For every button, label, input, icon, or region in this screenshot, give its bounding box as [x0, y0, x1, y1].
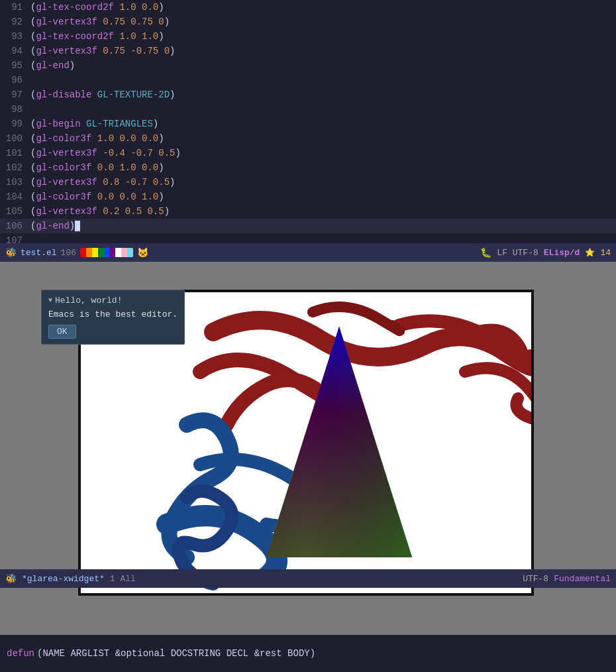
line-content: (gl-vertex3f 0.75 0.75 0) — [30, 15, 170, 29]
code-line-97: 97 (gl-disable GL-TEXTURE-2D) — [0, 87, 616, 102]
dialog-title: ▼ Hello, world! — [48, 296, 178, 306]
line-number: 91 — [0, 0, 30, 15]
dialog-title-text: Hello, world! — [55, 296, 122, 306]
line-content: (gl-color3f 1.0 0.0 0.0) — [30, 131, 164, 146]
dialog-ok-button[interactable]: OK — [48, 325, 76, 339]
star-icon: ⭐ — [585, 248, 595, 258]
line-number: 103 — [0, 175, 30, 190]
cat-icon: 🐱 — [137, 247, 148, 258]
line-number: 95 — [0, 58, 30, 73]
line-content: (gl-color3f 0.0 1.0 0.0) — [30, 160, 164, 175]
buffer-name: *glarea-xwidget* — [22, 574, 105, 584]
line-number: 100 — [0, 131, 30, 146]
hello-world-dialog: ▼ Hello, world! Emacs is the best editor… — [41, 290, 185, 345]
code-line-92: 92 (gl-vertex3f 0.75 0.75 0) — [0, 15, 616, 29]
triangle-icon: ▼ — [48, 297, 52, 304]
code-line-107: 107 — [0, 233, 616, 243]
dialog-message: Emacs is the best editor. — [48, 309, 178, 319]
line-number: 97 — [0, 87, 30, 102]
line-content: (gl-begin GL-TRIANGLES) — [30, 117, 158, 131]
code-line-93: 93 (gl-tex-coord2f 1.0 1.0) — [0, 29, 616, 44]
line-number: 99 — [0, 117, 30, 131]
mode-badge-accent: ELisp/d — [544, 248, 580, 258]
encoding: LF UTF-8 — [497, 248, 538, 258]
bottom-encoding: UTF-8 — [523, 574, 548, 584]
code-line-100: 100 (gl-color3f 1.0 0.0 0.0) — [0, 131, 616, 146]
text-cursor — [75, 221, 80, 231]
line-number: 98 — [0, 102, 30, 117]
line-number: 107 — [0, 233, 30, 243]
code-line-106-current: 106 (gl-end) — [0, 219, 616, 233]
line-indicator: 106 — [61, 248, 76, 258]
code-line-98: 98 — [0, 102, 616, 117]
bottom-mode: Fundamental — [554, 574, 611, 584]
code-line-94: 94 (gl-vertex3f 0.75 -0.75 0) — [0, 44, 616, 58]
line-content: (gl-color3f 0.0 0.0 1.0) — [30, 190, 164, 204]
emacs-icon: 🐝 — [5, 247, 17, 258]
rainbow-bar — [80, 248, 133, 257]
code-line-91: 91 (gl-tex-coord2f 1.0 0.0) — [0, 0, 616, 15]
mb-content: (NAME ARGLIST &optional DOCSTRING DECL &… — [37, 648, 315, 659]
line-number: 92 — [0, 15, 30, 29]
line-content: (gl-tex-coord2f 1.0 0.0) — [30, 0, 164, 15]
filename: test.el — [21, 248, 57, 258]
mode-name: ELisp/d — [544, 248, 580, 258]
line-content: (gl-disable GL-TEXTURE-2D) — [30, 87, 175, 102]
minibuffer-content: defun (NAME ARGLIST &optional DOCSTRING … — [7, 648, 315, 659]
code-line-99: 99 (gl-begin GL-TRIANGLES) — [0, 117, 616, 131]
line-number: 106 — [0, 219, 30, 233]
code-line-104: 104 (gl-color3f 0.0 0.0 1.0) — [0, 190, 616, 204]
line-content: (gl-vertex3f 0.75 -0.75 0) — [30, 44, 175, 58]
line-number: 94 — [0, 44, 30, 58]
code-lines: 91 (gl-tex-coord2f 1.0 0.0) 92 (gl-verte… — [0, 0, 616, 243]
line-content: (gl-end) — [30, 219, 80, 233]
star-count: 14 — [600, 248, 611, 258]
line-content: (gl-vertex3f 0.8 -0.7 0.5) — [30, 175, 175, 190]
line-number: 104 — [0, 190, 30, 204]
line-number: 105 — [0, 204, 30, 219]
modeline-bottom: 🐝 *glarea-xwidget* 1 All UTF-8 Fundament… — [0, 569, 616, 588]
line-content: (gl-vertex3f 0.2 0.5 0.5) — [30, 204, 170, 219]
bug-icon: 🐛 — [480, 247, 491, 258]
line-content: (gl-tex-coord2f 1.0 1.0) — [30, 29, 164, 44]
line-content: (gl-vertex3f -0.4 -0.7 0.5) — [30, 146, 181, 160]
code-line-101: 101 (gl-vertex3f -0.4 -0.7 0.5) — [0, 146, 616, 160]
buffer-position: 1 All — [110, 574, 136, 584]
code-line-96: 96 — [0, 73, 616, 87]
modeline-left: 🐝 test.el 106 🐱 — [5, 247, 475, 258]
modeline-right: 🐛 LF UTF-8 ELisp/d ⭐ 14 — [480, 247, 611, 258]
modeline-top: 🐝 test.el 106 🐱 🐛 LF UTF-8 ELisp/d — [0, 243, 616, 262]
line-number: 96 — [0, 73, 30, 87]
code-editor: 91 (gl-tex-coord2f 1.0 0.0) 92 (gl-verte… — [0, 0, 616, 262]
mb-keyword: defun — [7, 648, 34, 659]
line-number: 102 — [0, 160, 30, 175]
code-line-103: 103 (gl-vertex3f 0.8 -0.7 0.5) — [0, 175, 616, 190]
code-line-105: 105 (gl-vertex3f 0.2 0.5 0.5) — [0, 204, 616, 219]
minibuffer: defun (NAME ARGLIST &optional DOCSTRING … — [0, 635, 616, 672]
code-line-102: 102 (gl-color3f 0.0 1.0 0.0) — [0, 160, 616, 175]
emacs-icon-bottom: 🐝 — [5, 573, 17, 585]
line-number: 101 — [0, 146, 30, 160]
line-number: 93 — [0, 29, 30, 44]
code-line-95: 95 (gl-end) — [0, 58, 616, 73]
gl-preview-area: ▼ Hello, world! Emacs is the best editor… — [0, 262, 616, 625]
line-content: (gl-end) — [30, 58, 75, 73]
